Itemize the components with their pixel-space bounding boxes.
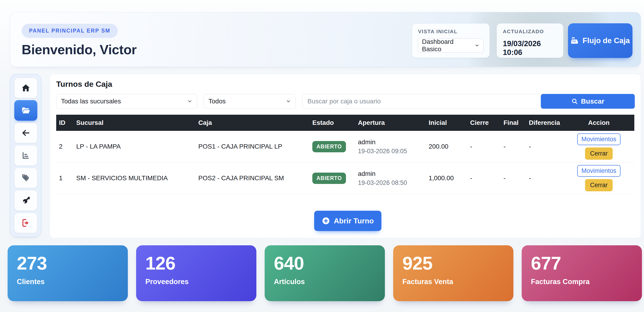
col-caja: Caja — [198, 119, 312, 126]
vista-inicial-value: Dashboard Basico — [422, 38, 474, 53]
cell-inicial: 200.00 — [429, 143, 470, 150]
search-input[interactable] — [302, 94, 553, 109]
col-estado: Estado — [312, 119, 358, 126]
stat-card-clientes: 273 Clientes — [8, 245, 128, 301]
tags-icon — [21, 173, 30, 183]
flujo-de-caja-button[interactable]: Flujo de Caja — [568, 23, 632, 58]
home-icon — [21, 83, 30, 93]
sidebar-item-folders[interactable] — [14, 100, 37, 120]
stat-card-facturas-compra: 677 Facturas Compra — [522, 245, 642, 301]
sidebar-item-logout[interactable] — [14, 213, 37, 233]
search-icon — [571, 98, 578, 105]
cell-caja: POS2 - CAJA PRINCIPAL SM — [198, 175, 312, 182]
vista-inicial-label: VISTA INICIAL — [418, 29, 484, 35]
actualizado-value: 19/03/2026 10:06 — [503, 39, 557, 57]
stat-label: Facturas Compra — [531, 278, 633, 286]
buscar-label: Buscar — [581, 97, 604, 105]
apertura-user: admin — [358, 170, 429, 178]
estado-filter-value: Todos — [208, 98, 226, 105]
stat-value: 925 — [402, 254, 504, 272]
key-icon — [21, 196, 30, 205]
abrir-turno-label: Abrir Turno — [334, 217, 374, 225]
header-card: PANEL PRINCIPAL ERP SM Bienvenido, Victo… — [10, 12, 641, 67]
sidebar-item-keys[interactable] — [14, 190, 37, 210]
cerrar-button[interactable]: Cerrar — [585, 179, 613, 191]
sidebar-nav — [10, 74, 42, 237]
col-diferencia: Diferencia — [529, 119, 564, 126]
chevron-down-icon — [286, 99, 291, 104]
cell-estado: ABIERTO — [312, 141, 358, 152]
cerrar-button[interactable]: Cerrar — [585, 147, 613, 160]
table-row: 1 SM - SERVICIOS MULTIMEDIA POS2 - CAJA … — [56, 163, 634, 194]
col-apertura: Apertura — [358, 119, 429, 126]
status-badge: ABIERTO — [312, 141, 346, 152]
cell-final: - — [504, 175, 529, 182]
col-cierre: Cierre — [470, 119, 504, 126]
sucursal-filter-value: Todas las sucursales — [61, 98, 121, 105]
cell-apertura: admin 19-03-2026 08:50 — [358, 170, 429, 187]
cell-inicial: 1,000.00 — [429, 175, 470, 182]
cell-sucursal: LP - LA PAMPA — [76, 143, 198, 150]
cell-cierre: - — [470, 143, 504, 150]
table-row: 2 LP - LA PAMPA POS1 - CAJA PRINCIPAL LP… — [56, 131, 634, 163]
col-id: ID — [59, 119, 76, 126]
estado-filter-select[interactable]: Todos — [204, 94, 296, 109]
vista-inicial-select[interactable]: Dashboard Basico — [418, 38, 484, 53]
sucursal-filter-select[interactable]: Todas las sucursales — [56, 94, 197, 109]
stat-label: Clientes — [17, 278, 118, 286]
movimientos-button[interactable]: Movimientos — [577, 165, 620, 177]
logout-icon — [21, 218, 30, 228]
welcome-title: Bienvenido, Victor — [22, 42, 136, 57]
col-sucursal: Sucursal — [76, 119, 198, 126]
filters-row: Todas las sucursales Todos Buscar — [56, 94, 634, 109]
turnos-table: ID Sucursal Caja Estado Apertura Inicial… — [56, 115, 634, 194]
cell-estado: ABIERTO — [312, 173, 358, 184]
cell-cierre: - — [470, 175, 504, 182]
panel-title: Turnos de Caja — [56, 80, 112, 89]
cell-id: 1 — [59, 175, 76, 182]
vista-inicial-box: VISTA INICIAL Dashboard Basico — [412, 23, 490, 58]
col-inicial: Inicial — [429, 119, 470, 126]
flujo-de-caja-label: Flujo de Caja — [582, 36, 630, 45]
cell-caja: POS1 - CAJA PRINCIPAL LP — [198, 143, 312, 150]
cell-diferencia: - — [529, 175, 564, 182]
apertura-user: admin — [358, 138, 429, 146]
sidebar-item-home[interactable] — [14, 78, 37, 98]
movimientos-button[interactable]: Movimientos — [577, 133, 620, 145]
arrow-left-icon — [21, 128, 30, 137]
actualizado-box: ACTUALIZADO 19/03/2026 10:06 — [496, 23, 564, 58]
apertura-fecha: 19-03-2026 08:50 — [358, 179, 429, 187]
stat-value: 640 — [274, 254, 376, 272]
col-final: Final — [504, 119, 529, 126]
cell-accion: Movimientos Cerrar — [564, 133, 634, 160]
actualizado-label: ACTUALIZADO — [503, 29, 557, 35]
stat-value: 677 — [531, 254, 633, 272]
stat-card-facturas-venta: 925 Facturas Venta — [393, 245, 514, 301]
folder-open-icon — [21, 106, 30, 115]
sidebar-item-reports[interactable] — [14, 145, 37, 166]
cell-final: - — [504, 143, 529, 150]
buscar-button[interactable]: Buscar — [541, 94, 635, 109]
stat-card-articulos: 640 Artículos — [265, 245, 385, 301]
abrir-turno-button[interactable]: Abrir Turno — [314, 211, 382, 231]
sidebar-item-back[interactable] — [14, 123, 37, 143]
cash-register-icon — [570, 36, 579, 45]
stats-row: 273 Clientes 126 Proveedores 640 Artícul… — [8, 245, 642, 301]
cell-sucursal: SM - SERVICIOS MULTIMEDIA — [76, 175, 198, 182]
stat-label: Artículos — [274, 278, 376, 286]
plus-circle-icon — [322, 217, 330, 225]
cell-accion: Movimientos Cerrar — [564, 165, 634, 191]
status-badge: ABIERTO — [312, 173, 346, 184]
stat-label: Proveedores — [145, 278, 247, 286]
sidebar-item-tags[interactable] — [14, 168, 37, 188]
col-accion: Accion — [564, 119, 634, 126]
panel-badge: PANEL PRINCIPAL ERP SM — [22, 24, 118, 38]
stat-value: 273 — [17, 254, 118, 272]
cell-diferencia: - — [529, 143, 564, 150]
chevron-down-icon — [474, 43, 480, 48]
turnos-de-caja-panel: Turnos de Caja Todas las sucursales Todo… — [50, 74, 641, 238]
cell-id: 2 — [59, 143, 76, 150]
cell-apertura: admin 19-03-2026 09:05 — [358, 138, 429, 155]
stat-card-proveedores: 126 Proveedores — [136, 245, 256, 301]
dashboard-page: PANEL PRINCIPAL ERP SM Bienvenido, Victo… — [0, 0, 644, 312]
